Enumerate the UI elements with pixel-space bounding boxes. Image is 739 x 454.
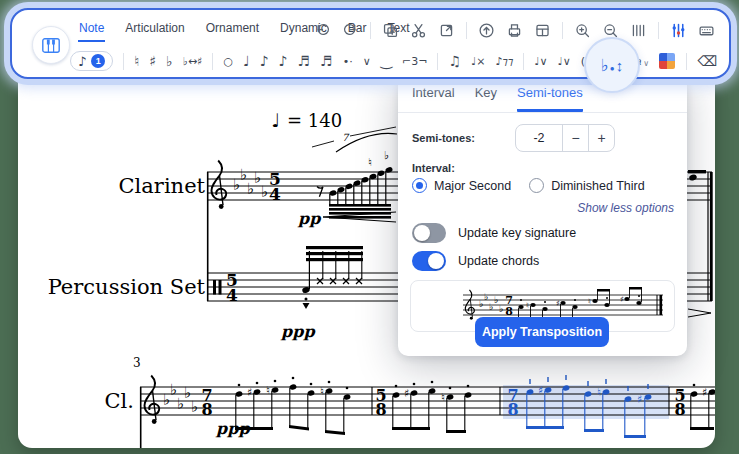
no-beam-icon[interactable]: ♩⨯ — [471, 56, 485, 67]
sixteenth-note-icon[interactable]: ♬ — [298, 54, 311, 68]
zoom-in-icon[interactable] — [574, 22, 591, 39]
svg-text:♭: ♭ — [494, 295, 498, 305]
flip-stem-icon[interactable]: ♩∨ — [534, 56, 547, 67]
grace-note-icon[interactable]: ♪⁊⁊ — [495, 56, 513, 67]
apply-transposition-button[interactable]: Apply Transposition — [475, 317, 609, 347]
svg-text:♯: ♯ — [702, 386, 707, 399]
tab-ornament[interactable]: Ornament — [205, 17, 260, 42]
piano-keyboard-button[interactable] — [32, 26, 70, 64]
radio-checked-icon[interactable] — [412, 178, 427, 193]
beam-group-icon[interactable]: ♫ — [448, 54, 461, 68]
popup-tab-key[interactable]: Key — [475, 85, 497, 112]
radio-unchecked-icon[interactable] — [529, 178, 544, 193]
toggle-knob — [428, 253, 444, 269]
svg-text:♮: ♮ — [526, 301, 529, 310]
time-signature-cl-m3[interactable]: 7 8 — [201, 386, 212, 419]
copy-icon[interactable] — [382, 22, 399, 39]
interval-option-diminished-third[interactable]: Diminished Third — [529, 178, 645, 193]
key-signature-cl[interactable]: ♭ ♭ ♭ ♭ ♭ — [163, 381, 198, 417]
dynamic-ppp-cl[interactable]: ppp — [215, 419, 251, 438]
marcato-icon[interactable]: ∨ — [363, 56, 371, 67]
time-signature-cl-m6[interactable]: 5 8 — [674, 386, 685, 419]
voice-badge: 1 — [91, 54, 105, 68]
popup-tab-interval[interactable]: Interval — [412, 85, 455, 112]
measure-number: 3 — [133, 356, 141, 370]
mixer-icon[interactable] — [670, 22, 687, 39]
flip-beam-icon[interactable]: ♩∨ — [558, 56, 571, 67]
svg-text:♭: ♭ — [191, 398, 198, 416]
toggle-label: Update key signature — [458, 226, 576, 240]
delete-icon[interactable]: ⌫ — [697, 54, 717, 68]
svg-text:♯: ♯ — [538, 384, 543, 397]
measure-3-notes[interactable]: ♯ ♮ ♮ — [235, 377, 351, 435]
whole-note-icon[interactable]: ○ — [223, 56, 233, 67]
transposition-popup: IntervalKeySemi-tones Semi-tones: -2 − +… — [398, 74, 687, 356]
dynamic-ppp-percussion[interactable]: ppp — [280, 322, 316, 341]
up-down-arrow-icon: ↕ — [616, 57, 624, 74]
tab-articulation[interactable]: Articulation — [124, 17, 185, 42]
key-signature-clarinet[interactable]: ♭ ♭ ♭ ♭ ♭ — [233, 166, 268, 202]
upload-icon[interactable] — [478, 22, 495, 39]
redo-icon[interactable] — [342, 22, 359, 39]
time-signature-clarinet[interactable]: 5 4 — [269, 169, 281, 204]
respell-accidental-icon[interactable]: ♭↔♯ — [183, 56, 203, 67]
flat-icon[interactable]: ♭ — [166, 54, 173, 68]
staff-label-clarinet[interactable]: Clarinet — [119, 174, 206, 198]
separator — [523, 53, 524, 70]
semitones-input[interactable]: -2 — [516, 125, 563, 151]
print-icon[interactable] — [506, 22, 523, 39]
thirtysecond-note-icon[interactable]: ♬ — [320, 54, 333, 68]
measure-4-notes[interactable]: ♯ ♮ — [392, 381, 472, 433]
zoom-out-icon[interactable] — [602, 22, 619, 39]
natural-icon[interactable]: ♮ — [134, 54, 139, 68]
show-less-options-link[interactable]: Show less options — [398, 193, 687, 215]
augmentation-dot-icon[interactable]: •· — [343, 56, 353, 67]
time-signature-cl-m5[interactable]: 7 8 — [507, 386, 518, 419]
line-spacing-icon[interactable] — [630, 22, 647, 39]
interval-option-major-second[interactable]: Major Second — [412, 178, 511, 193]
increment-button[interactable]: + — [589, 125, 614, 151]
svg-text:8: 8 — [674, 400, 685, 419]
time-signature-cl-m4[interactable]: 5 8 — [375, 386, 386, 419]
note-run[interactable]: ♮ ♭ — [329, 149, 393, 219]
treble-clef-icon[interactable] — [145, 376, 160, 424]
half-note-icon[interactable]: ♩ — [243, 54, 250, 68]
staff-label-cl[interactable]: Cl. — [105, 389, 134, 413]
layout-icon[interactable] — [534, 22, 551, 39]
transpose-tool-button[interactable]: ♭ ● ↕ — [584, 37, 640, 93]
eighth-note-icon[interactable]: ♪ — [279, 54, 288, 68]
measure-6-notes[interactable]: ♯ — [690, 384, 715, 430]
toggle-update-chords[interactable] — [412, 251, 446, 271]
tab-note[interactable]: Note — [78, 17, 105, 42]
time-signature-percussion[interactable]: 5 4 — [226, 270, 238, 305]
paste-icon[interactable] — [438, 22, 455, 39]
undo-icon[interactable] — [314, 22, 331, 39]
toggle-row-update-chords: Update chords — [398, 243, 687, 271]
note-input-toggle[interactable]: ♪1 — [70, 51, 113, 71]
eighth-rest[interactable] — [317, 187, 323, 197]
separator — [437, 53, 438, 70]
svg-text:♮: ♮ — [368, 156, 372, 169]
svg-text:♩: ♩ — [271, 109, 280, 131]
svg-text:♮: ♮ — [441, 391, 445, 404]
virtual-keyboard-icon[interactable] — [698, 22, 715, 39]
treble-clef-icon[interactable] — [212, 161, 227, 209]
decrement-button[interactable]: − — [563, 125, 589, 151]
cut-icon[interactable] — [410, 22, 427, 39]
svg-text:8: 8 — [201, 400, 212, 419]
svg-text:8: 8 — [505, 305, 513, 318]
toggle-update-key-signature[interactable] — [412, 223, 446, 243]
dot-icon: ● — [610, 64, 615, 73]
quarter-note-icon[interactable]: ♪ — [260, 54, 269, 68]
popup-tab-semi-tones[interactable]: Semi-tones — [517, 85, 583, 112]
sharp-icon[interactable]: ♯ — [149, 54, 156, 68]
percussion-notes[interactable] — [302, 246, 363, 309]
tie-icon[interactable]: ‿ — [381, 54, 392, 68]
toolbar-actions — [314, 19, 715, 41]
dynamic-pp[interactable]: pp — [297, 209, 322, 228]
staff-label-percussion[interactable]: Percussion Set — [48, 275, 206, 299]
color-palette-icon[interactable] — [659, 53, 675, 69]
tuplet-icon[interactable]: ⌐3¬ — [402, 56, 427, 67]
tempo-marking[interactable]: ♩ = 140 — [271, 109, 342, 131]
desktop: Clarinet Percussion Set ♩ = 140 ♭ ♭ ♭ ♭ … — [0, 0, 739, 454]
